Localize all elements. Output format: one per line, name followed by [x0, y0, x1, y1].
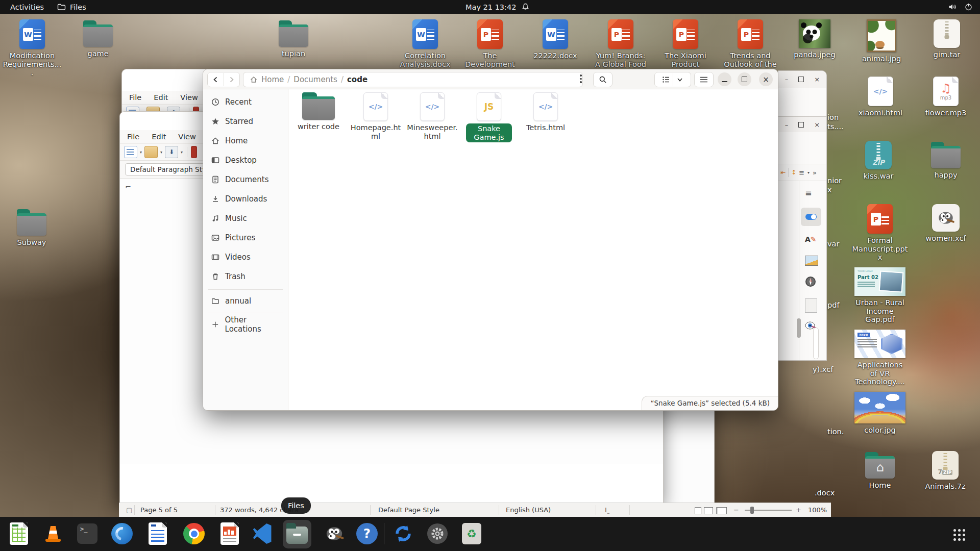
single-page-view-icon[interactable]	[695, 507, 701, 514]
insert-mode-icon[interactable]: I˷	[605, 506, 610, 514]
desktop-icon-kiss-war[interactable]: ZiP kiss.war	[852, 141, 905, 181]
sidebar-item-pictures[interactable]: Pictures	[206, 229, 284, 246]
desktop-icon-animals-7z[interactable]: 7ZIP Animals.7z	[919, 451, 972, 491]
dock-item-chrome[interactable]	[182, 522, 206, 545]
desktop-icon-xiaomi-html[interactable]: </> xiaomi.html	[854, 77, 907, 117]
pdf-export-icon[interactable]	[191, 146, 197, 158]
clock[interactable]: May 21 13:42	[465, 0, 516, 14]
desktop-icon-women-xcf[interactable]: women.xcf	[919, 204, 972, 243]
dock-item-vscode[interactable]	[251, 522, 274, 545]
desktop-icon-22222-docx[interactable]: W 22222.docx	[529, 19, 582, 60]
window-titlebar[interactable]: – ×	[778, 117, 826, 132]
gallery-deck-icon[interactable]	[805, 256, 818, 266]
menu-edit[interactable]: Edit	[154, 93, 168, 102]
close-button[interactable]: ×	[759, 72, 773, 86]
dock-item-help[interactable]: ?	[355, 522, 379, 545]
styles-deck-icon[interactable]: A✎	[805, 235, 817, 243]
text-language[interactable]: English (USA)	[506, 506, 551, 514]
selection-mode-icon[interactable]: ▢	[126, 506, 132, 514]
desktop-icon-correlation-analysis[interactable]: W Correlation Analysis.docx	[399, 19, 452, 68]
zoom-out-icon[interactable]: −	[733, 506, 739, 514]
dock-item-files[interactable]	[285, 522, 309, 545]
book-view-icon[interactable]	[716, 507, 727, 514]
view-options-chevron-icon[interactable]	[676, 76, 683, 83]
maximize-button[interactable]	[738, 72, 751, 86]
maximize-icon[interactable]	[798, 77, 804, 82]
breadcrumb-home[interactable]: Home	[261, 75, 284, 84]
menu-file[interactable]: File	[127, 133, 139, 141]
scrollbar-track[interactable]	[813, 328, 819, 359]
menu-file[interactable]: File	[129, 93, 141, 102]
show-applications-button[interactable]	[953, 529, 965, 541]
desktop-icon-flower-mp3[interactable]: ♫mp3 flower.mp3	[919, 77, 972, 117]
page-deck-icon[interactable]	[805, 298, 817, 313]
sidebar-item-trash[interactable]: Trash	[206, 268, 284, 285]
files-headerbar[interactable]: Home / Documents / code	[203, 69, 778, 89]
navigator-deck-icon[interactable]	[805, 276, 816, 287]
grid-item-writer-code[interactable]: writer code	[291, 92, 346, 131]
sidebar-item-starred[interactable]: Starred	[206, 113, 284, 130]
multi-page-view-icon[interactable]	[704, 507, 713, 514]
page-style[interactable]: Default Page Style	[378, 506, 439, 514]
sidebar-item-downloads[interactable]: Downloads	[206, 190, 284, 208]
dock-item-libreoffice-impress[interactable]	[218, 522, 241, 545]
close-icon[interactable]: ×	[814, 76, 820, 83]
page-count[interactable]: Page 5 of 5	[140, 506, 178, 514]
window-titlebar[interactable]: – ×	[778, 71, 826, 88]
breadcrumb-current[interactable]: code	[347, 75, 368, 84]
indent-icon[interactable]: ⇤	[780, 169, 786, 176]
desktop-icon-game[interactable]: game	[71, 19, 125, 58]
menu-edit[interactable]: Edit	[152, 133, 166, 141]
zoom-level[interactable]: 100%	[808, 506, 827, 514]
line-spacing-icon[interactable]: ↕	[791, 169, 796, 176]
desktop-icon-color-jpg[interactable]: color.jpg	[853, 392, 906, 435]
path-kebab-menu[interactable]	[580, 74, 582, 83]
background-window-strip-2[interactable]: – × ⇤ ↕≡ ▾ » ≡ A✎	[778, 116, 827, 361]
desktop-icon-subway[interactable]: Subway	[5, 208, 58, 247]
dock-item-software-updater[interactable]	[391, 522, 415, 545]
desktop-icon-animal-jpg[interactable]: animal.jpg	[855, 19, 908, 63]
maximize-icon[interactable]	[798, 122, 804, 128]
speaker-icon[interactable]	[948, 3, 957, 11]
zoom-in-icon[interactable]: +	[796, 506, 801, 514]
close-icon[interactable]: ×	[814, 121, 820, 129]
desktop-icon-urban-rural-pdf[interactable]: YOUR LOGOPart 02 Urban - Rural Income Ga…	[853, 267, 906, 324]
grid-item-minesweeper-html[interactable]: </> Minesweeper.html	[405, 92, 460, 140]
desktop-icon-home-folder[interactable]: ⌂ Home	[853, 451, 906, 490]
desktop-icon-gim-tar[interactable]: gim.tar	[920, 19, 973, 59]
new-document-icon[interactable]	[124, 146, 137, 158]
sidebar-item-documents[interactable]: Documents	[206, 171, 284, 188]
minimize-icon[interactable]: –	[785, 121, 789, 129]
dock-item-vlc[interactable]	[41, 522, 65, 545]
desktop-icon-vr-technology[interactable]: 20XX Applications of VR Technology....	[853, 330, 906, 386]
scrollbar-thumb[interactable]	[797, 318, 801, 338]
dock-item-terminal[interactable]: >_	[76, 522, 99, 545]
dock-item-libreoffice-writer[interactable]	[146, 522, 169, 545]
list-view-icon[interactable]	[662, 76, 670, 84]
zoom-slider-thumb[interactable]	[750, 507, 754, 514]
save-icon[interactable]: ⬇	[165, 146, 178, 158]
dock-item-thunderbird[interactable]	[110, 522, 134, 545]
sidebar-menu-icon[interactable]: ≡	[805, 188, 812, 198]
desktop-icon-panda-jpeg[interactable]: panda.jpeg	[788, 19, 841, 59]
grid-item-homepage-html[interactable]: </> Homepage.html	[348, 92, 403, 140]
desktop-icon-formal-manuscript[interactable]: P Formal Manuscript.pptx	[853, 204, 906, 262]
properties-deck-toggle[interactable]	[801, 208, 821, 226]
desktop-icon-tupian[interactable]: tupian	[267, 19, 320, 58]
open-folder-icon[interactable]	[144, 146, 158, 158]
forward-icon[interactable]	[227, 76, 235, 84]
desktop-icon-modification-requirements[interactable]: W Modification Requirements....	[6, 19, 59, 77]
background-window-strip-1[interactable]: – ×	[778, 70, 827, 117]
sidebar-item-home[interactable]: Home	[206, 132, 284, 149]
desktop-icon-happy[interactable]: happy	[919, 141, 972, 180]
dock-item-trash[interactable]: ♻	[460, 522, 483, 545]
power-icon[interactable]	[965, 3, 972, 11]
sidebar-item-desktop[interactable]: Desktop	[206, 152, 284, 169]
dock-item-settings[interactable]	[426, 522, 449, 545]
bell-icon[interactable]	[522, 3, 529, 11]
focused-app-indicator[interactable]: Files	[57, 0, 86, 14]
breadcrumb[interactable]: Home / Documents / code	[243, 72, 583, 87]
files-window[interactable]: Home / Documents / code	[203, 69, 778, 411]
activities-button[interactable]: Activities	[10, 0, 44, 14]
back-icon[interactable]	[212, 76, 220, 84]
